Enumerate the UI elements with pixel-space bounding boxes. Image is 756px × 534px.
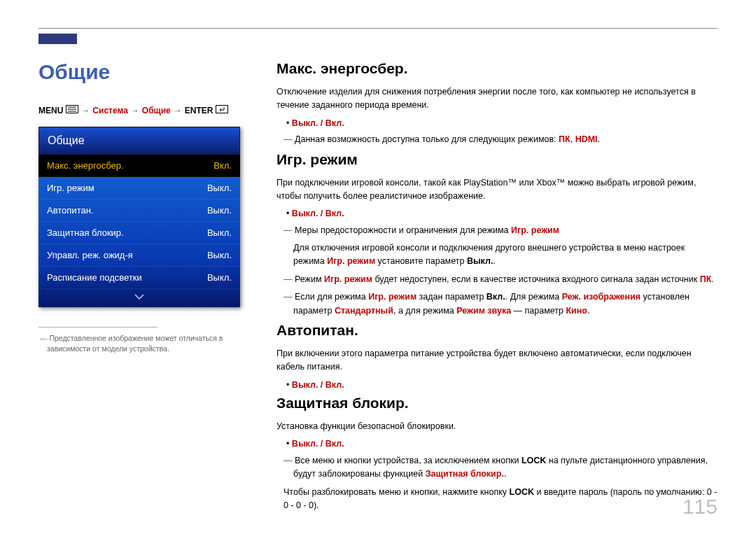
pk: ПК	[700, 274, 712, 284]
osd-row[interactable]: Макс. энергосбер. Вкл.	[38, 155, 240, 177]
osd-row-label: Защитная блокир.	[47, 227, 124, 238]
text: . Для режима	[505, 292, 562, 302]
dash-note: Режим Игр. режим будет недоступен, если …	[276, 273, 718, 286]
breadcrumb-arrow: →	[81, 106, 90, 115]
text: Меры предосторожности и ограничения для …	[295, 225, 511, 235]
paragraph: Установка функции безопасной блокировки.	[276, 420, 718, 433]
off: Выкл.	[467, 256, 493, 266]
safe-lock: Защитная блокир.	[426, 469, 504, 479]
osd-row-label: Игр. режим	[47, 183, 94, 193]
dash-note: Меры предосторожности и ограничения для …	[276, 224, 718, 237]
osd-row[interactable]: Защитная блокир. Выкл.	[38, 222, 240, 244]
chevron-down-icon[interactable]	[38, 289, 240, 307]
osd-row-value: Выкл.	[207, 272, 232, 283]
on: Вкл.	[486, 292, 505, 302]
osd-body: Макс. энергосбер. Вкл. Игр. режим Выкл. …	[38, 155, 240, 307]
bullet: Выкл. / Вкл.	[276, 437, 718, 451]
text: .	[504, 469, 506, 479]
off-on: Выкл. / Вкл.	[292, 380, 344, 390]
header-accent	[38, 34, 77, 44]
page-columns: Общие MENU → Система → Общие → ENTER Общ…	[38, 60, 718, 517]
game-mode: Игр. режим	[327, 256, 375, 266]
sub-note: Для отключения игровой консоли и подключ…	[276, 241, 718, 269]
menu-icon	[66, 105, 78, 115]
osd-row[interactable]: Игр. режим Выкл.	[38, 177, 240, 199]
text: .	[493, 256, 495, 266]
osd-row-label: Автопитан.	[47, 205, 93, 216]
paragraph: Отключение изделия для снижения потребле…	[276, 85, 718, 113]
breadcrumb-menu: MENU	[38, 106, 63, 115]
paragraph: При подключении игровой консоли, такой к…	[276, 176, 718, 204]
osd-row[interactable]: Расписание подсветки Выкл.	[38, 267, 240, 289]
bullet: Выкл. / Вкл.	[276, 207, 718, 220]
osd-row[interactable]: Автопитан. Выкл.	[38, 199, 240, 222]
footnote-separator	[38, 327, 158, 328]
text: Режим	[295, 274, 324, 284]
heading-safety-lock: Защитная блокир.	[276, 395, 718, 412]
osd-panel: Общие Макс. энергосбер. Вкл. Игр. режим …	[38, 127, 240, 307]
pk: ПК	[559, 134, 570, 144]
dash-note: Все меню и кнопки устройства, за исключе…	[276, 454, 718, 482]
header-rule	[38, 28, 718, 29]
heading-game-mode: Игр. режим	[276, 151, 718, 168]
hdmi: HDMI	[575, 134, 598, 144]
osd-row-label: Управл. реж. ожид-я	[47, 250, 133, 260]
heading-max-energy: Макс. энергосбер.	[276, 60, 718, 77]
page-number: 115	[682, 495, 718, 519]
bullet: Выкл. / Вкл.	[276, 379, 718, 392]
breadcrumb-general: Общие	[142, 106, 171, 115]
text: Если для режима	[295, 292, 368, 302]
text: .	[711, 274, 713, 284]
breadcrumb-arrow: →	[131, 106, 139, 115]
text: Все меню и кнопки устройства, за исключе…	[295, 456, 522, 465]
osd-row-value: Выкл.	[207, 227, 232, 238]
text: Чтобы разблокировать меню и кнопки, нажм…	[284, 487, 510, 497]
game-mode: Игр. режим	[368, 292, 416, 302]
dash-note: Если для режима Игр. режим задан парамет…	[276, 290, 718, 318]
paragraph: При включении этого параметра питание ус…	[276, 347, 718, 374]
off-on: Выкл. / Вкл.	[292, 209, 344, 218]
text: будет недоступен, если в качестве источн…	[372, 274, 700, 284]
pic-mode: Реж. изображения	[562, 292, 640, 302]
right-column: Макс. энергосбер. Отключение изделия для…	[276, 60, 718, 517]
sound-mode: Режим звука	[456, 306, 511, 316]
text: .	[598, 134, 600, 144]
osd-row-value: Выкл.	[207, 183, 232, 193]
enter-icon	[216, 105, 228, 115]
game-mode: Игр. режим	[511, 225, 559, 235]
osd-row-value: Вкл.	[214, 160, 232, 171]
dash-note: Данная возможность доступна только для с…	[276, 133, 718, 146]
breadcrumb-enter: ENTER	[185, 106, 214, 115]
text: ,	[570, 134, 575, 144]
standard: Стандартный	[335, 306, 393, 316]
footnote: Представленное изображение может отличат…	[38, 333, 252, 353]
osd-row-value: Выкл.	[207, 205, 232, 216]
bullet: Выкл. / Вкл.	[276, 117, 718, 130]
cinema: Кино	[566, 306, 587, 316]
text: — параметр	[511, 306, 566, 316]
text: .	[587, 306, 589, 316]
breadcrumb-arrow: →	[174, 106, 182, 115]
text: установите параметр	[375, 256, 467, 266]
osd-row-label: Расписание подсветки	[47, 272, 142, 283]
svg-rect-4	[216, 106, 228, 113]
osd-title: Общие	[38, 127, 240, 155]
text: , а для режима	[393, 306, 456, 316]
lock: LOCK	[510, 487, 534, 497]
heading-autopower: Автопитан.	[276, 322, 718, 339]
lock: LOCK	[522, 456, 546, 465]
osd-row[interactable]: Управл. реж. ожид-я Выкл.	[38, 244, 240, 267]
off-on: Выкл. / Вкл.	[292, 439, 344, 449]
breadcrumb: MENU → Система → Общие → ENTER	[38, 105, 252, 115]
breadcrumb-system: Система	[92, 106, 128, 115]
osd-row-value: Выкл.	[207, 250, 232, 260]
left-column: Общие MENU → Система → Общие → ENTER Общ…	[38, 60, 252, 517]
paragraph: Чтобы разблокировать меню и кнопки, нажм…	[276, 486, 718, 513]
game-mode: Игр. режим	[324, 274, 372, 284]
text: задан параметр	[416, 292, 486, 302]
section-title: Общие	[38, 60, 252, 84]
off-on: Выкл. / Вкл.	[292, 118, 344, 128]
osd-row-label: Макс. энергосбер.	[47, 160, 124, 171]
text: Данная возможность доступна только для с…	[295, 134, 559, 144]
